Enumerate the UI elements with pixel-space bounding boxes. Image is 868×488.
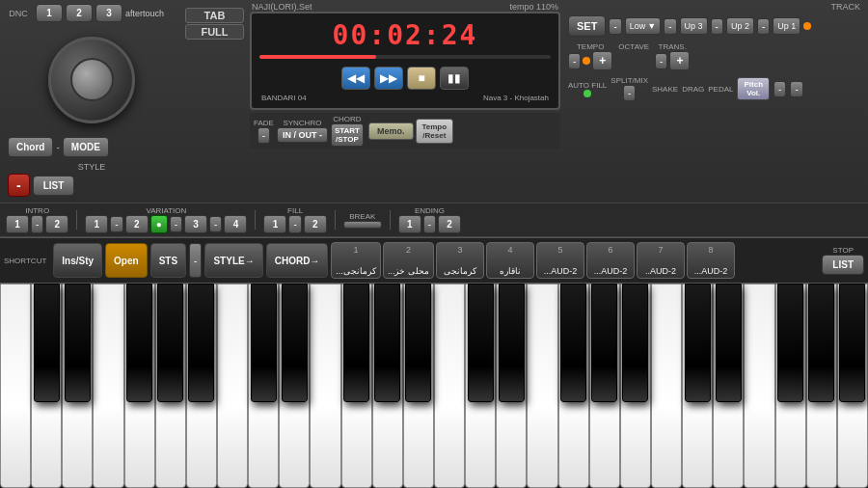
start-stop-btn[interactable]: START/STOP: [331, 123, 364, 147]
main-knob[interactable]: [48, 37, 135, 123]
pad-5[interactable]: 5 AUD-2...: [536, 242, 584, 279]
black-key-17[interactable]: [716, 284, 742, 402]
variation-label: VARIATION: [146, 206, 186, 215]
up3-select[interactable]: Up 3: [680, 17, 708, 35]
style-minus-btn[interactable]: -: [8, 174, 30, 197]
ins-sty-btn[interactable]: Ins/Sty: [53, 243, 102, 278]
chord-button[interactable]: Chord: [8, 137, 53, 157]
dnc-btn-2[interactable]: 2: [66, 4, 93, 22]
black-key-6[interactable]: [251, 284, 277, 402]
pad-1[interactable]: 1 کرمانجی...: [331, 242, 381, 279]
rewind-btn[interactable]: ◀◀: [341, 67, 370, 90]
tempo-indicator: [583, 57, 590, 65]
pad-2[interactable]: 2 محلی خز...: [383, 242, 434, 279]
synchro-label: SYNCHRO: [283, 119, 321, 127]
pad-4[interactable]: 4 ناقاره: [486, 242, 534, 279]
fill-btn-2[interactable]: 2: [304, 215, 327, 233]
stop-list-btn[interactable]: LIST: [822, 255, 864, 275]
set-minus[interactable]: -: [609, 18, 621, 35]
dnc-btn-1[interactable]: 1: [36, 4, 63, 22]
black-key-9[interactable]: [374, 284, 400, 402]
style-list-btn[interactable]: LIST: [33, 176, 75, 196]
low-minus[interactable]: -: [664, 18, 676, 35]
black-key-15[interactable]: [622, 284, 648, 402]
black-key-8[interactable]: [343, 284, 369, 402]
pitch-minus[interactable]: -: [773, 81, 786, 97]
pause-btn[interactable]: ▮▮: [440, 67, 469, 90]
split-minus[interactable]: -: [623, 85, 636, 101]
pad-6[interactable]: 6 AUD-2...: [586, 242, 635, 279]
piano-section: [0, 284, 868, 488]
black-key-16[interactable]: [685, 284, 711, 402]
mode-button[interactable]: MODE: [63, 137, 109, 157]
tempo-plus[interactable]: +: [592, 51, 612, 70]
ending-btn-2[interactable]: 2: [438, 215, 461, 233]
black-key-4[interactable]: [157, 284, 183, 402]
fade-label: FADE: [254, 119, 274, 127]
black-key-20[interactable]: [839, 284, 865, 402]
intro-btn-2[interactable]: 2: [45, 215, 68, 233]
pad-3[interactable]: 3 کرمانجی: [436, 242, 484, 279]
var-btn-3[interactable]: 3: [184, 215, 207, 233]
divider-1: [76, 210, 77, 230]
tempo-reset-btn[interactable]: Tempo/Reset: [416, 119, 454, 144]
var-btn-4[interactable]: 4: [224, 215, 247, 233]
dnc-btn-3[interactable]: 3: [95, 4, 122, 22]
up2-minus[interactable]: -: [757, 18, 770, 35]
set-btn[interactable]: SET: [568, 15, 606, 37]
pad-7[interactable]: 7 AUD-2..: [637, 242, 685, 279]
track-indicator: [803, 22, 811, 30]
ending-btn-1[interactable]: 1: [398, 215, 421, 233]
pedal-minus[interactable]: -: [790, 81, 802, 97]
tempo-minus[interactable]: -: [568, 53, 581, 69]
black-key-3[interactable]: [126, 284, 152, 402]
black-key-2[interactable]: [65, 284, 91, 402]
pitch-vol-btn[interactable]: PitchVol.: [737, 77, 770, 100]
black-key-7[interactable]: [282, 284, 308, 402]
knob-inner: [70, 58, 114, 101]
black-key-5[interactable]: [188, 284, 214, 402]
style-shortcut-btn[interactable]: STYLE→: [204, 243, 262, 278]
intro-btn-1[interactable]: 1: [6, 215, 29, 233]
fill-btn-1[interactable]: 1: [263, 215, 286, 233]
black-key-19[interactable]: [808, 284, 834, 402]
up3-minus[interactable]: -: [711, 18, 723, 35]
var-minus-3[interactable]: -: [209, 216, 222, 232]
ending-minus[interactable]: -: [423, 215, 436, 233]
pad-8[interactable]: 8 AUD-2...: [687, 242, 735, 279]
black-key-10[interactable]: [405, 284, 431, 402]
chord-shortcut-btn[interactable]: CHORD→: [266, 243, 329, 278]
black-key-13[interactable]: [560, 284, 586, 402]
fill-minus-1[interactable]: -: [288, 215, 301, 233]
up2-select[interactable]: Up 2: [726, 17, 754, 35]
open-btn[interactable]: Open: [105, 243, 148, 278]
var-minus-1[interactable]: -: [110, 216, 122, 232]
in-out-btn[interactable]: IN / OUT -: [277, 127, 328, 143]
break-btn[interactable]: [343, 221, 382, 229]
memo-btn[interactable]: Memo.: [368, 122, 414, 140]
sts-minus[interactable]: -: [189, 243, 202, 278]
stop-btn[interactable]: ■: [407, 67, 436, 90]
fill-label: FILL: [287, 206, 303, 215]
track-header: TRACK: [568, 2, 864, 12]
fast-forward-btn[interactable]: ▶▶: [374, 67, 403, 90]
fade-minus[interactable]: -: [258, 127, 270, 144]
black-key-12[interactable]: [499, 284, 525, 402]
black-key-11[interactable]: [468, 284, 494, 402]
trans-minus[interactable]: -: [655, 53, 667, 69]
tempo-label: tempo 110%: [509, 2, 558, 12]
black-key-18[interactable]: [777, 284, 803, 402]
var-minus-2[interactable]: -: [170, 216, 182, 232]
black-key-1[interactable]: [34, 284, 60, 402]
break-label: BREAK: [349, 212, 375, 221]
sts-btn[interactable]: STS: [150, 243, 186, 278]
var-btn-1[interactable]: 1: [85, 215, 108, 233]
black-key-14[interactable]: [591, 284, 617, 402]
drag-label: DRAG: [682, 85, 704, 94]
var-btn-2[interactable]: 2: [125, 215, 149, 233]
autofill-indicator: [583, 90, 591, 97]
intro-minus-1[interactable]: -: [31, 215, 43, 233]
trans-plus[interactable]: +: [669, 51, 690, 70]
up1-select[interactable]: Up 1: [773, 17, 800, 35]
low-select[interactable]: Low ▼: [625, 17, 661, 35]
